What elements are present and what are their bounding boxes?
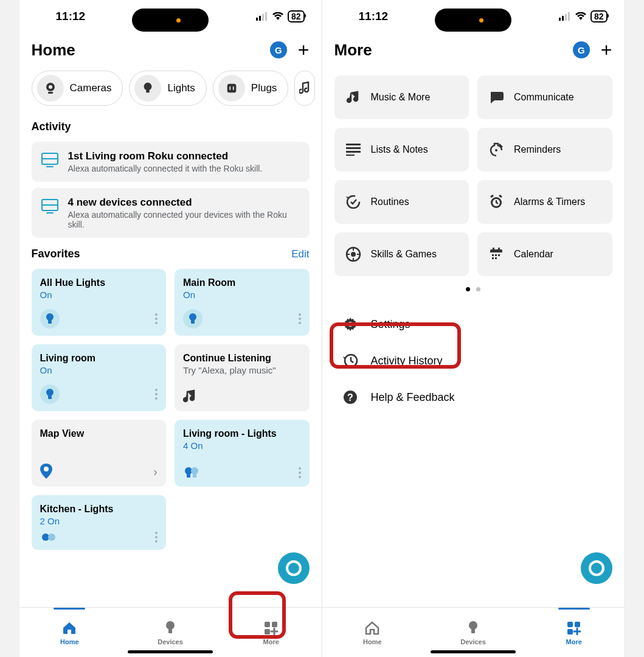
- favorite-card-living-room[interactable]: Living room On: [32, 344, 167, 411]
- activity-card[interactable]: 1st Living room Roku connected Alexa aut…: [32, 142, 310, 182]
- chip-more[interactable]: [294, 71, 315, 106]
- chip-plugs[interactable]: Plugs: [213, 71, 289, 106]
- favorite-card-main-room[interactable]: Main Room On: [175, 269, 310, 336]
- bulb-icon: [40, 309, 60, 328]
- battery-icon: 82: [288, 10, 305, 23]
- tile-label: Routines: [371, 196, 409, 207]
- home-header: Home G +: [19, 33, 322, 71]
- more-icon[interactable]: [155, 389, 158, 400]
- pin-icon: [40, 464, 52, 479]
- bulb-icon: [164, 620, 176, 636]
- tile-calendar[interactable]: Calendar: [477, 232, 612, 276]
- svg-rect-59: [471, 629, 475, 633]
- svg-point-21: [191, 467, 198, 474]
- favorite-card-living-room-lights[interactable]: Living room - Lights 4 On: [175, 420, 310, 487]
- status-time: 11:12: [359, 10, 389, 23]
- svg-rect-32: [565, 14, 567, 21]
- svg-rect-51: [493, 248, 494, 251]
- tile-lists[interactable]: Lists & Notes: [334, 128, 469, 172]
- more-icon[interactable]: [299, 467, 301, 478]
- edit-button[interactable]: Edit: [291, 248, 309, 260]
- favorites-header: Favorites Edit: [19, 244, 322, 269]
- page-title: More: [334, 41, 372, 60]
- row-settings[interactable]: Settings: [334, 306, 612, 342]
- favorites-grid: All Hue Lights On Main Room On Living ro…: [19, 269, 322, 487]
- history-icon: [342, 352, 359, 369]
- more-icon[interactable]: [155, 532, 158, 543]
- svg-rect-2: [262, 14, 264, 21]
- gear-icon: [342, 316, 359, 333]
- home-icon: [61, 620, 77, 636]
- tile-alarms[interactable]: Alarms & Timers: [477, 180, 612, 224]
- row-activity-history[interactable]: Activity History: [334, 342, 612, 379]
- chip-cameras[interactable]: Cameras: [32, 71, 123, 106]
- favorite-card-all-hue[interactable]: All Hue Lights On: [32, 269, 167, 336]
- more-icon[interactable]: [155, 313, 158, 324]
- svg-rect-9: [227, 84, 237, 93]
- tab-label: More: [566, 638, 582, 645]
- tab-more[interactable]: More: [221, 608, 322, 657]
- tile-music[interactable]: Music & More: [334, 75, 469, 119]
- status-time: 11:12: [56, 10, 86, 23]
- svg-text:?: ?: [347, 392, 353, 403]
- tile-label: Reminders: [514, 144, 561, 155]
- svg-rect-52: [498, 248, 500, 251]
- music-icon: [345, 89, 361, 105]
- dynamic-island: [132, 9, 209, 32]
- svg-point-7: [144, 83, 152, 91]
- add-button[interactable]: +: [298, 40, 310, 60]
- camera-icon: [37, 75, 64, 102]
- alexa-button[interactable]: [581, 552, 612, 584]
- grid-plus-icon: [263, 620, 279, 636]
- svg-rect-10: [229, 86, 230, 90]
- page-title: Home: [32, 41, 75, 60]
- fav-status: 2 On: [40, 516, 158, 526]
- avatar[interactable]: G: [573, 41, 590, 58]
- fav-status: On: [183, 290, 301, 300]
- plug-icon: [218, 75, 245, 102]
- more-list: Settings Activity History ? Help & Feedb…: [322, 306, 625, 415]
- activity-title: 1st Living room Roku connected: [68, 150, 263, 162]
- svg-point-5: [49, 85, 52, 89]
- home-indicator: [431, 650, 516, 653]
- tab-devices[interactable]: Devices: [120, 608, 221, 657]
- routine-icon: [345, 194, 361, 210]
- favorite-card-continue-listening[interactable]: Continue Listening Try "Alexa, play musi…: [175, 344, 310, 411]
- tab-home[interactable]: Home: [322, 608, 423, 657]
- svg-rect-49: [492, 257, 494, 259]
- svg-rect-15: [191, 320, 195, 324]
- svg-point-58: [469, 621, 477, 630]
- bulb-icon: [467, 620, 479, 636]
- fav-status: On: [40, 290, 158, 300]
- add-button[interactable]: +: [601, 40, 612, 60]
- fav-title: Living room: [40, 353, 158, 364]
- svg-rect-1: [259, 16, 261, 21]
- tile-communicate[interactable]: Communicate: [477, 75, 612, 119]
- favorite-card-map-view[interactable]: Map View ›: [32, 420, 167, 487]
- tile-reminders[interactable]: Reminders: [477, 128, 612, 172]
- favorite-card-kitchen-lights[interactable]: Kitchen - Lights 2 On: [32, 495, 167, 550]
- svg-point-14: [189, 313, 196, 321]
- svg-rect-30: [559, 18, 561, 21]
- more-icon[interactable]: [299, 313, 301, 324]
- tab-devices[interactable]: Devices: [423, 608, 524, 657]
- page-indicator: [322, 276, 625, 306]
- chip-label: Cameras: [70, 82, 112, 94]
- svg-point-43: [351, 252, 356, 257]
- alexa-icon: [286, 560, 302, 576]
- dynamic-island: [435, 9, 511, 32]
- avatar[interactable]: G: [270, 41, 287, 58]
- activity-card[interactable]: 4 new devices connected Alexa automatica…: [32, 188, 310, 238]
- tile-routines[interactable]: Routines: [334, 180, 469, 224]
- tab-home[interactable]: Home: [19, 608, 120, 657]
- tab-more[interactable]: More: [524, 608, 625, 657]
- svg-point-18: [44, 467, 49, 471]
- signal-icon: [256, 12, 268, 21]
- row-help[interactable]: ? Help & Feedback: [334, 379, 612, 415]
- tile-skills[interactable]: Skills & Games: [334, 232, 469, 276]
- fav-title: Main Room: [183, 277, 301, 288]
- tv-icon: [41, 153, 58, 165]
- chip-lights[interactable]: Lights: [129, 71, 206, 106]
- svg-point-38: [495, 149, 497, 151]
- alexa-button[interactable]: [278, 552, 310, 584]
